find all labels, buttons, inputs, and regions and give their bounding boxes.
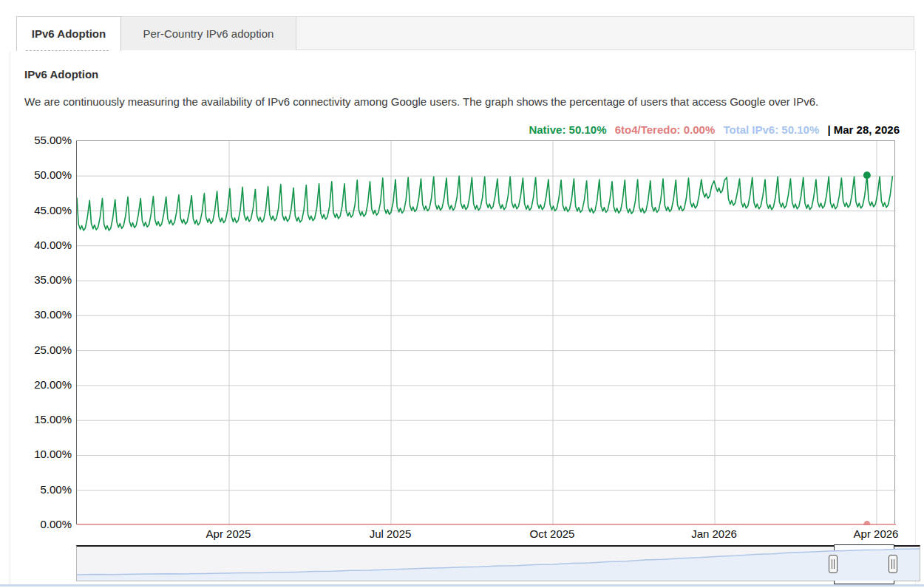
range-handle-left[interactable] bbox=[829, 555, 838, 573]
range-handle-right[interactable] bbox=[889, 555, 897, 573]
y-axis-label: 25.00% bbox=[14, 343, 72, 356]
handle-grip-icon bbox=[832, 559, 835, 569]
tab-ipv6-adoption[interactable]: IPv6 Adoption bbox=[16, 16, 121, 51]
y-axis-label: 45.00% bbox=[14, 204, 72, 216]
chart-legend: Native: 50.10% 6to4/Teredo: 0.00% Total … bbox=[529, 123, 900, 136]
y-axis-label: 50.00% bbox=[14, 168, 72, 181]
page-description: We are continuously measuring the availa… bbox=[24, 95, 818, 108]
tab-per-country-ipv6-adoption[interactable]: Per-Country IPv6 adoption bbox=[121, 17, 296, 50]
page-title: IPv6 Adoption bbox=[24, 68, 98, 81]
active-tab-focus-underline bbox=[26, 50, 109, 51]
native-series-line bbox=[77, 175, 892, 230]
y-axis-label: 0.00% bbox=[14, 518, 72, 530]
y-axis-label: 55.00% bbox=[14, 134, 72, 146]
x-axis-label: Jul 2025 bbox=[346, 527, 435, 540]
time-range-selector[interactable] bbox=[76, 545, 920, 581]
y-axis-label: 30.00% bbox=[14, 308, 72, 321]
x-axis-label: Apr 2025 bbox=[184, 527, 273, 540]
range-overview-canvas bbox=[77, 547, 920, 581]
y-axis-label: 20.00% bbox=[14, 378, 72, 391]
content-frame-right-border bbox=[915, 52, 916, 584]
y-axis-label: 15.00% bbox=[14, 413, 72, 425]
native-current-point bbox=[863, 171, 871, 179]
range-selection-window[interactable] bbox=[834, 544, 894, 584]
x-axis-label: Oct 2025 bbox=[508, 527, 597, 540]
y-axis-label: 10.00% bbox=[14, 448, 72, 460]
ipv6-statistics-page: IPv6 Adoption Per-Country IPv6 adoption … bbox=[0, 0, 924, 588]
section-divider bbox=[0, 584, 924, 587]
legend-total-ipv6: Total IPv6: 50.10% bbox=[723, 123, 819, 136]
content-frame-left-border bbox=[10, 52, 10, 584]
x-axis-label: Apr 2026 bbox=[832, 527, 920, 540]
chart-canvas bbox=[77, 141, 896, 525]
y-axis-label: 35.00% bbox=[14, 273, 72, 286]
range-overview-area bbox=[77, 549, 920, 581]
y-axis-label: 40.00% bbox=[14, 239, 72, 251]
legend-native: Native: 50.10% bbox=[529, 123, 606, 136]
y-axis-label: 5.00% bbox=[14, 483, 72, 496]
handle-grip-icon bbox=[891, 559, 894, 569]
legend-6to4-teredo: 6to4/Teredo: 0.00% bbox=[615, 123, 716, 136]
range-overview-line bbox=[77, 549, 920, 575]
x-axis-label: Jan 2026 bbox=[670, 527, 758, 540]
tunnel-current-point bbox=[863, 521, 870, 525]
legend-selected-date: | Mar 28, 2026 bbox=[827, 123, 900, 136]
adoption-chart-plot-area[interactable] bbox=[76, 140, 895, 524]
